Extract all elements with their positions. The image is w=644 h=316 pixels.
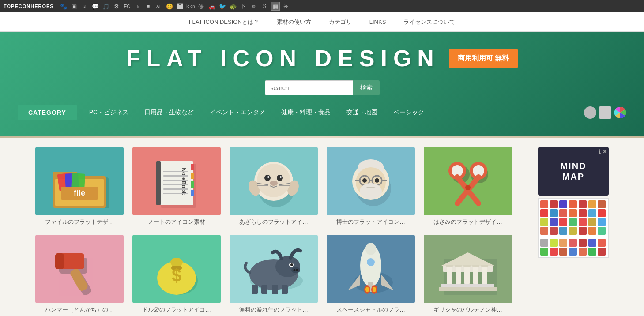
main-nav: FLAT ICON DESIGNとは？ 素材の使い方 カテゴリ LINKS ライ… xyxy=(0,12,644,32)
ad-small-icon xyxy=(559,209,567,217)
search-button[interactable]: 検索 xyxy=(353,80,380,95)
search-input[interactable] xyxy=(265,80,353,95)
svg-point-33 xyxy=(270,181,278,186)
ad-small-icon xyxy=(550,218,558,226)
icon-card-6[interactable]: ハンマー（とんかち）の… xyxy=(35,235,124,314)
ad-small-icon xyxy=(540,209,548,217)
ad-small-icon xyxy=(598,209,606,217)
cat-item-basic[interactable]: ベーシック xyxy=(385,104,432,121)
icon-card-4[interactable]: 博士のフラットアイコン… xyxy=(327,147,415,226)
icon-card-8[interactable]: 無料の暴れ牛のフラット… xyxy=(230,235,318,314)
svg-rect-97 xyxy=(456,266,461,284)
svg-point-84 xyxy=(365,243,376,255)
topbar-icon-19[interactable]: ✏ xyxy=(250,2,259,11)
icon-card-7[interactable]: $ ドル袋のフラットアイコ… xyxy=(132,235,221,314)
svg-point-75 xyxy=(291,267,300,273)
cat-item-event[interactable]: イベント・エンタメ xyxy=(202,104,273,121)
svg-rect-92 xyxy=(439,287,497,291)
ad-small-icon xyxy=(559,248,567,256)
ad-small-icon xyxy=(598,218,606,226)
topbar-icon-20[interactable]: Ｓ xyxy=(260,2,269,11)
ad-small-icon xyxy=(598,248,606,256)
topbar-icon-5[interactable]: 🎵 xyxy=(102,2,110,11)
topbar-icon-12[interactable]: 🅿 xyxy=(176,2,185,11)
nav-item-license[interactable]: ライセンスについて xyxy=(403,18,455,26)
topbar-icon-2[interactable]: ▣ xyxy=(70,2,79,11)
nav-item-usage[interactable]: 素材の使い方 xyxy=(277,18,311,26)
topbar-icon-4[interactable]: 💬 xyxy=(91,2,100,11)
color-pie-multi[interactable] xyxy=(614,106,626,119)
site-logo[interactable]: TOPECONHEROES xyxy=(4,4,54,9)
topbar-icon-3[interactable]: ♀ xyxy=(80,2,89,11)
ad-small-icon xyxy=(559,227,567,235)
cta-button[interactable]: 商用利用可 無料 xyxy=(449,49,518,68)
topbar-icon-17[interactable]: 🐢 xyxy=(229,2,237,11)
topbar-icon-14[interactable]: ㊙ xyxy=(197,2,206,11)
ad-close-icon[interactable]: ✕ xyxy=(603,149,607,155)
ad-icons-grid-2 xyxy=(538,237,609,258)
topbar-icon-star[interactable]: ✳ xyxy=(282,2,290,11)
icon-card-3[interactable]: あざらしのフラットアイ… xyxy=(230,147,318,226)
cat-item-pc[interactable]: PC・ビジネス xyxy=(81,104,136,121)
topbar-icon-10[interactable]: AT xyxy=(154,2,163,11)
icon-thumb-hammer xyxy=(35,235,124,303)
svg-rect-98 xyxy=(464,266,470,284)
nav-item-about[interactable]: FLAT ICON DESIGNとは？ xyxy=(189,18,259,26)
icon-card-9[interactable]: スペースシャトルのフラ… xyxy=(327,235,415,314)
topbar-icon-grid[interactable]: ▦ xyxy=(271,2,280,11)
icon-thumb-shuttle xyxy=(327,235,415,303)
topbar-icon-1[interactable]: 🐾 xyxy=(59,2,68,11)
ad-small-icon xyxy=(588,248,596,256)
nav-item-category[interactable]: カテゴリ xyxy=(329,18,352,26)
cat-item-transport[interactable]: 交通・地図 xyxy=(339,104,385,121)
topbar-icon-7[interactable]: EC xyxy=(123,2,132,11)
ad-small-icon xyxy=(550,239,558,247)
icon-card-2[interactable]: NoteBook ノートのアイコン素材 xyxy=(132,147,221,226)
topbar-icon-18[interactable]: ド xyxy=(239,2,248,11)
svg-text:file: file xyxy=(74,188,85,197)
topbar-icon-16[interactable]: 🐦 xyxy=(218,2,227,11)
ad-small-icon xyxy=(559,239,567,247)
ad-small-icon xyxy=(579,248,587,256)
icon-label-2: ノートのアイコン素材 xyxy=(132,218,221,226)
svg-rect-100 xyxy=(482,266,487,284)
svg-point-30 xyxy=(277,175,283,181)
ad-small-icon xyxy=(569,209,577,217)
cat-item-health[interactable]: 健康・料理・食品 xyxy=(273,104,339,121)
ad-small-icon xyxy=(569,227,577,235)
category-bar: CATEGORY PC・ビジネス 日用品・生物など イベント・エンタメ 健康・料… xyxy=(9,104,635,128)
svg-point-31 xyxy=(267,176,269,178)
color-square-gray[interactable] xyxy=(599,106,611,119)
ad-banner: ℹ ✕ MINDMAP xyxy=(538,147,609,196)
svg-rect-23 xyxy=(163,193,188,194)
ad-small-icon xyxy=(569,239,577,247)
topbar-icon-11[interactable]: 😊 xyxy=(165,2,174,11)
icon-card-10[interactable]: ギリシャのパルテノン神… xyxy=(424,235,512,314)
topbar-icon-9[interactable]: ≡ xyxy=(144,2,153,11)
ad-info-icon[interactable]: ℹ xyxy=(599,149,601,155)
icon-card-5[interactable]: はさみのフラットデザイ… xyxy=(424,147,512,226)
topbar-icon-13[interactable]: ic on xyxy=(186,2,195,11)
icon-thumb-parthenon xyxy=(424,235,512,303)
svg-point-76 xyxy=(294,269,296,271)
ad-small-icon xyxy=(540,218,548,226)
icon-thumb-professor xyxy=(327,147,415,215)
ad-small-icon xyxy=(579,200,587,208)
hero-title-row: FLAT ICON DESIGN 商用利用可 無料 xyxy=(9,45,635,71)
topbar-icon-8[interactable]: ♪ xyxy=(133,2,142,11)
svg-rect-21 xyxy=(163,184,188,185)
icon-label-3: あざらしのフラットアイ… xyxy=(230,218,318,226)
ad-title: MINDMAP xyxy=(560,161,586,182)
topbar-icon-6[interactable]: ⚙ xyxy=(112,2,121,11)
icon-card-1[interactable]: file ファイルのフラットデザ… xyxy=(35,147,124,226)
icon-label-5: はさみのフラットデザイ… xyxy=(424,218,512,226)
topbar-icon-15[interactable]: 🚗 xyxy=(207,2,216,11)
svg-rect-13 xyxy=(191,164,194,170)
color-circle-gray[interactable] xyxy=(584,106,596,119)
ad-small-icon xyxy=(550,248,558,256)
nav-item-links[interactable]: LINKS xyxy=(369,19,386,25)
cat-item-daily[interactable]: 日用品・生物など xyxy=(136,104,202,121)
svg-rect-20 xyxy=(163,180,188,181)
icon-label-1: ファイルのフラットデザ… xyxy=(35,218,124,226)
svg-rect-93 xyxy=(441,284,494,287)
